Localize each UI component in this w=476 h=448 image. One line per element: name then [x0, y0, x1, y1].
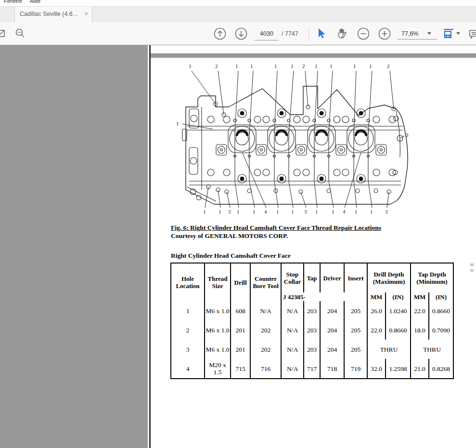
zoom-level-value[interactable]: 77,6% — [401, 30, 418, 37]
cell: 32.0 — [367, 359, 386, 379]
figure-callout-number: 1 — [291, 209, 294, 214]
cell: N/A — [281, 340, 304, 359]
hand-tool-icon[interactable] — [335, 27, 349, 40]
table-title: Right Cylinder Head Camshaft Cover Face — [171, 252, 291, 260]
cell: 201 — [231, 320, 250, 340]
menu-item-fenetre[interactable]: Fenêtre — [4, 0, 22, 4]
cell: 205 — [344, 301, 367, 320]
tab-bar: Cadillac Seville (4.6... × — [0, 7, 476, 23]
select-tool-icon[interactable] — [314, 27, 328, 40]
cylinder-head-figure: 12111121111211311411311411313 — [170, 61, 411, 220]
previous-page-bottom — [151, 45, 476, 54]
cell: 18.0 — [411, 320, 429, 340]
cell: 201 — [231, 340, 250, 359]
comment-icon[interactable] — [467, 27, 476, 40]
cell: M6 x 1.0 — [205, 320, 231, 340]
cell: THRU — [367, 340, 411, 359]
figure-callout-number: 1 — [370, 209, 373, 214]
cell: 608 — [231, 301, 250, 320]
cell: 0.8660 — [386, 320, 411, 340]
col-header: Drill Depth (Maximum) — [367, 263, 411, 292]
col-header: Tap — [304, 263, 320, 292]
menu-item-aide[interactable]: Aide — [30, 0, 40, 4]
figure-callout-number: 1 — [330, 63, 333, 69]
table-row: 2 M6 x 1.0 201 202 N/A 203 204 205 22.0 … — [171, 320, 453, 340]
toolbar-separator — [309, 26, 309, 41]
cell: 1 — [171, 301, 205, 320]
col-subheader: MM — [411, 292, 429, 301]
menu-bar: Fenêtre Aide — [0, 0, 476, 7]
document-viewer[interactable]: 12111121111211311411311411313 Fig. 6: Ri… — [0, 45, 476, 448]
zoom-dropdown-caret[interactable] — [427, 32, 431, 35]
cell: 21.0 — [411, 359, 429, 379]
cell: 22.0 — [367, 320, 386, 340]
diagram-callout-layer: 12111121111211311411311411313 — [170, 61, 411, 220]
figure-callout-number: 1 — [176, 120, 179, 126]
figure-callout-number: 4 — [264, 209, 267, 214]
cell: 203 — [304, 301, 320, 320]
tab-close-icon[interactable]: × — [84, 10, 88, 17]
col-header: Thread Size — [205, 263, 231, 301]
cell: 26.0 — [367, 301, 386, 320]
document-tab[interactable]: Cadillac Seville (4.6... × — [14, 7, 92, 22]
figure-callout-number: 1 — [276, 209, 279, 214]
cell: 0.7090 — [429, 320, 453, 340]
fit-dropdown-caret[interactable] — [456, 32, 460, 35]
figure-callout-number: 1 — [250, 63, 253, 69]
fit-width-icon[interactable] — [442, 27, 455, 40]
cell: 202 — [250, 320, 281, 340]
figure-courtesy: Courtesy of GENERAL MOTORS CORP. — [171, 232, 381, 240]
cell: 203 — [304, 320, 320, 340]
col-header: Insert — [344, 263, 367, 292]
next-page-button[interactable] — [234, 27, 248, 40]
col-subheader: (IN) — [429, 292, 453, 301]
cell: 205 — [344, 320, 367, 340]
cell: 1.0240 — [386, 301, 411, 320]
tools-panel-handle[interactable] — [470, 264, 474, 266]
cell: 2 — [171, 320, 205, 340]
figure-callout-number: 1 — [369, 63, 372, 69]
figure-callout-number: 1 — [219, 209, 221, 214]
page-number-input[interactable] — [255, 27, 279, 40]
cell: N/A — [281, 359, 304, 379]
col-header: Drill — [231, 263, 250, 301]
figure-callout-number: 1 — [203, 209, 206, 214]
cell: N/A — [281, 301, 304, 320]
figure-caption-block: Fig. 6: Right Cylinder Head Camshaft Cov… — [171, 224, 381, 240]
figure-callout-number: 1 — [355, 209, 358, 214]
figure-callout-number: 1 — [332, 209, 334, 214]
acrobat-window: Fenêtre Aide Cadillac Seville (4.6... × … — [0, 0, 476, 448]
table-row: 4 M20 x 1.5 715 716 N/A 717 718 719 32.0… — [171, 359, 453, 379]
page-count-label: / 7747 — [282, 30, 298, 37]
table-row: 3 M6 x 1.0 201 202 N/A 203 204 205 THRU … — [171, 340, 453, 359]
search-icon[interactable] — [13, 27, 27, 40]
col-subheader: (IN) — [386, 292, 411, 301]
figure-caption: Fig. 6: Right Cylinder Head Camshaft Cov… — [171, 224, 381, 232]
zoom-in-button[interactable] — [378, 27, 391, 40]
zoom-field-underline — [398, 39, 437, 40]
tool-prefix-header: J 42385- — [281, 292, 367, 301]
figure-callout-number: 1 — [235, 63, 238, 69]
cell: 719 — [344, 359, 367, 379]
cell: N/A — [281, 320, 304, 340]
zoom-out-button[interactable] — [357, 27, 370, 40]
pdf-page: 12111121111211311411311411313 Fig. 6: Ri… — [151, 58, 476, 448]
figure-callout-number: 2 — [215, 63, 218, 69]
tools-panel-handle[interactable] — [470, 269, 474, 272]
figure-callout-number: 3 — [304, 209, 307, 214]
cell: 0.8268 — [429, 359, 453, 379]
cell: 1.2598 — [386, 359, 411, 379]
col-header: Counter Bore Tool — [250, 263, 281, 301]
figure-callout-number: 1 — [253, 209, 256, 214]
cell: 4 — [171, 359, 205, 379]
cell: N/A — [250, 301, 281, 320]
cell: 204 — [320, 340, 344, 359]
table-row: 1 M6 x 1.0 608 N/A N/A 203 204 205 26.0 … — [171, 301, 453, 320]
cell: 202 — [250, 340, 281, 359]
cell: 716 — [250, 359, 281, 379]
email-icon[interactable] — [0, 27, 7, 40]
figure-callout-number: 1 — [237, 209, 240, 214]
col-header: Hole Location — [171, 263, 205, 301]
cell: 204 — [320, 301, 344, 320]
previous-page-button[interactable] — [213, 27, 227, 40]
